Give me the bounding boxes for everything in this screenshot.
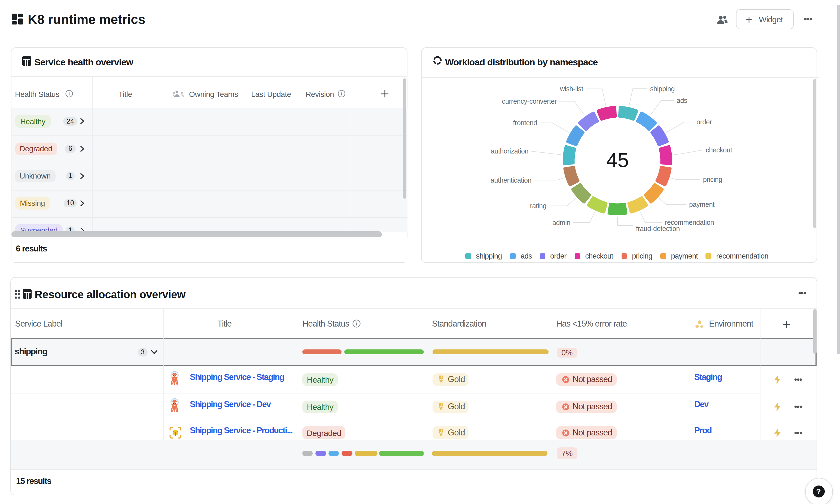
svg-text:admin: admin — [552, 218, 570, 226]
svg-text:rating: rating — [530, 202, 546, 209]
svg-text:wish-list: wish-list — [559, 85, 583, 92]
svg-text:payment: payment — [689, 200, 714, 208]
svg-text:currency-converter: currency-converter — [502, 97, 557, 105]
svg-text:order: order — [696, 118, 712, 125]
svg-text:45: 45 — [606, 148, 628, 171]
svg-text:shipping: shipping — [650, 85, 675, 92]
svg-text:pricing: pricing — [703, 175, 722, 183]
svg-text:authentication: authentication — [490, 176, 531, 184]
svg-text:ads: ads — [676, 96, 687, 104]
svg-text:authorization: authorization — [491, 147, 528, 155]
svg-text:fraud-detection: fraud-detection — [636, 224, 680, 232]
svg-text:checkout: checkout — [705, 146, 732, 154]
svg-text:frontend: frontend — [513, 119, 537, 126]
